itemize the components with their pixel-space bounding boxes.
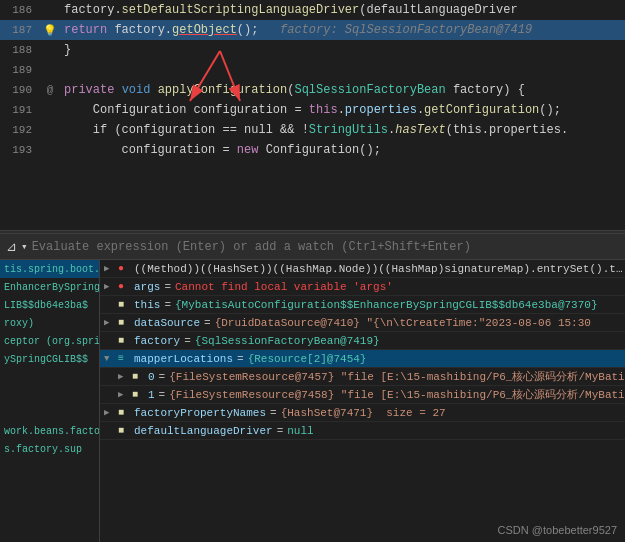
line-gutter-190: @: [40, 84, 60, 96]
var-row-factoryprops[interactable]: ▶ ■ factoryPropertyNames = {HashSet@7471…: [100, 404, 625, 422]
var-row-datasource[interactable]: ▶ ■ dataSource = {DruidDataSource@7410} …: [100, 314, 625, 332]
var-name-maploc-1: 1: [148, 389, 155, 401]
code-line-193: 193 configuration = new Configuration();: [0, 140, 625, 160]
dropdown-icon[interactable]: ▾: [21, 240, 28, 253]
var-row-args[interactable]: ▶ ● args = Cannot find local variable 'a…: [100, 278, 625, 296]
bulb-icon[interactable]: 💡: [43, 24, 57, 37]
line-number-191: 191: [0, 104, 40, 116]
var-row-mapperlocations[interactable]: ▼ ≡ mapperLocations = {Resource[2]@7454}: [100, 350, 625, 368]
var-name-this: this: [134, 299, 160, 311]
code-line-189: 189: [0, 60, 625, 80]
debug-variables-area: tis.spring.boot.a EnhancerBySpring LIB$$…: [0, 260, 625, 542]
debug-sidebar: tis.spring.boot.a EnhancerBySpring LIB$$…: [0, 260, 100, 542]
var-name-datasource: dataSource: [134, 317, 200, 329]
line-content-188: }: [60, 43, 625, 57]
line-content-190: private void applyConfiguration(SqlSessi…: [60, 83, 625, 97]
sidebar-item-1[interactable]: EnhancerBySpring: [0, 278, 99, 296]
var-eq-mapperlocations: =: [237, 353, 244, 365]
var-icon-this: ■: [118, 299, 134, 310]
line-number-192: 192: [0, 124, 40, 136]
line-content-187: return factory.getObject(); factory: Sql…: [60, 23, 625, 37]
line-number-193: 193: [0, 144, 40, 156]
line-number-187: 187: [0, 24, 40, 36]
var-row-factory[interactable]: ■ factory = {SqlSessionFactoryBean@7419}: [100, 332, 625, 350]
var-eq-deflangdriver: =: [277, 425, 284, 437]
line-number-189: 189: [0, 64, 40, 76]
var-icon-error-args: ●: [118, 281, 134, 292]
var-icon-maploc-1: ■: [132, 389, 148, 400]
var-row-deflangdriver[interactable]: ■ defaultLanguageDriver = null: [100, 422, 625, 440]
var-row-maploc-0[interactable]: ▶ ■ 0 = {FileSystemResource@7457} "file …: [100, 368, 625, 386]
code-line-192: 192 if (configuration == null && !String…: [0, 120, 625, 140]
var-icon-factory: ■: [118, 335, 134, 346]
var-name-factory: factory: [134, 335, 180, 347]
code-line-191: 191 Configuration configuration = this.p…: [0, 100, 625, 120]
debug-toolbar: ⊿ ▾: [0, 234, 625, 260]
var-eq-args: =: [164, 281, 171, 293]
line-gutter-187: 💡: [40, 24, 60, 37]
var-name-mapperlocations: mapperLocations: [134, 353, 233, 365]
var-icon-datasource: ■: [118, 317, 134, 328]
expand-icon-args[interactable]: ▶: [104, 281, 118, 292]
var-icon-mapperlocations: ≡: [118, 353, 134, 364]
var-row-maploc-1[interactable]: ▶ ■ 1 = {FileSystemResource@7458} "file …: [100, 386, 625, 404]
var-eq-factory: =: [184, 335, 191, 347]
var-name-deflangdriver: defaultLanguageDriver: [134, 425, 273, 437]
line-number-190: 190: [0, 84, 40, 96]
debug-variables-list: ▶ ● ((Method))((HashSet))((HashMap.Node)…: [100, 260, 625, 542]
var-name-maploc-0: 0: [148, 371, 155, 383]
code-line-188: 188 }: [0, 40, 625, 60]
expand-icon-factoryprops[interactable]: ▶: [104, 407, 118, 418]
var-row-this[interactable]: ■ this = {MybatisAutoConfiguration$$Enha…: [100, 296, 625, 314]
var-eq-maploc-0: =: [159, 371, 166, 383]
filter-icon[interactable]: ⊿: [6, 239, 17, 255]
breakpoint-icon[interactable]: @: [47, 84, 54, 96]
var-eq-maploc-1: =: [159, 389, 166, 401]
sidebar-item-6[interactable]: [0, 368, 99, 386]
expand-icon-mapperlocations[interactable]: ▼: [104, 354, 118, 364]
sidebar-item-0[interactable]: tis.spring.boot.a: [0, 260, 99, 278]
line-content-193: configuration = new Configuration();: [60, 143, 625, 157]
debug-panel: ⊿ ▾ tis.spring.boot.a EnhancerBySpring L…: [0, 234, 625, 542]
sidebar-item-10[interactable]: s.factory.sup: [0, 440, 99, 458]
code-line-186: 186 factory.setDefaultScriptingLanguageD…: [0, 0, 625, 20]
var-eq-factoryprops: =: [270, 407, 277, 419]
expand-icon-0[interactable]: ▶: [104, 263, 118, 274]
code-line-190: 190 @ private void applyConfiguration(Sq…: [0, 80, 625, 100]
var-eq-datasource: =: [204, 317, 211, 329]
expand-icon-maploc-0[interactable]: ▶: [118, 371, 132, 382]
line-content-186: factory.setDefaultScriptingLanguageDrive…: [60, 3, 625, 17]
watermark: CSDN @tobebetter9527: [498, 524, 617, 536]
evaluate-expression-input[interactable]: [32, 240, 619, 254]
var-eq-this: =: [164, 299, 171, 311]
sidebar-item-4[interactable]: ceptor (org.spri: [0, 332, 99, 350]
code-line-187: 187 💡 return factory.getObject(); factor…: [0, 20, 625, 40]
line-content-192: if (configuration == null && !StringUtil…: [60, 123, 625, 137]
expand-icon-datasource[interactable]: ▶: [104, 317, 118, 328]
expand-icon-maploc-1[interactable]: ▶: [118, 389, 132, 400]
code-editor: 186 factory.setDefaultScriptingLanguageD…: [0, 0, 625, 230]
var-row-method[interactable]: ▶ ● ((Method))((HashSet))((HashMap.Node)…: [100, 260, 625, 278]
sidebar-item-3[interactable]: roxy): [0, 314, 99, 332]
line-content-191: Configuration configuration = this.prope…: [60, 103, 625, 117]
var-icon-error-0: ●: [118, 263, 134, 274]
line-number-188: 188: [0, 44, 40, 56]
line-number-186: 186: [0, 4, 40, 16]
var-icon-maploc-0: ■: [132, 371, 148, 382]
sidebar-item-5[interactable]: ySpringCGLIB$$: [0, 350, 99, 368]
sidebar-item-2[interactable]: LIB$$db64e3ba$: [0, 296, 99, 314]
sidebar-item-9[interactable]: work.beans.facto: [0, 422, 99, 440]
sidebar-item-8[interactable]: [0, 404, 99, 422]
var-icon-deflangdriver: ■: [118, 425, 134, 436]
var-name-args: args: [134, 281, 160, 293]
var-name-factoryprops: factoryPropertyNames: [134, 407, 266, 419]
sidebar-item-7[interactable]: [0, 386, 99, 404]
var-icon-factoryprops: ■: [118, 407, 134, 418]
